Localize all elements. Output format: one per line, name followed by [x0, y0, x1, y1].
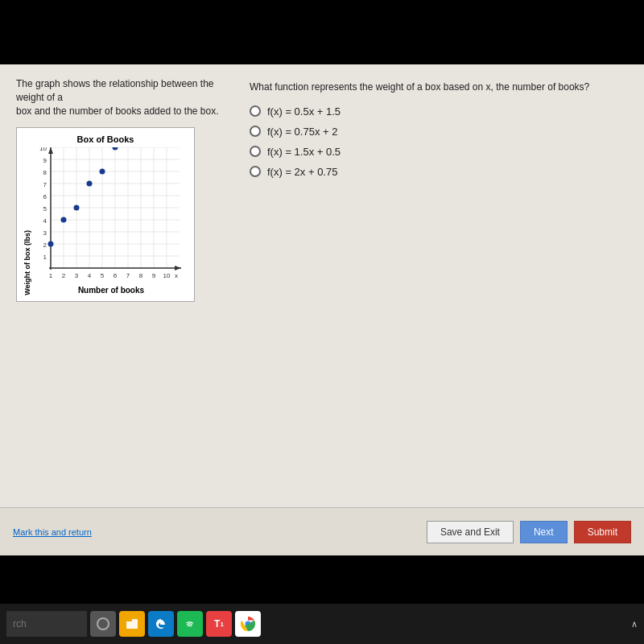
x-axis-label: Number of books	[35, 286, 188, 295]
edge-icon[interactable]	[148, 611, 174, 637]
svg-text:8: 8	[139, 272, 143, 279]
radio-a[interactable]	[250, 105, 261, 117]
svg-text:x: x	[175, 272, 178, 279]
option-d-text: f(x) = 2x + 0.75	[267, 166, 337, 178]
svg-text:1: 1	[43, 254, 47, 261]
radio-d[interactable]	[250, 166, 261, 177]
options-list: f(x) = 0.5x + 1.5 f(x) = 0.75x + 2 f(x) …	[250, 105, 628, 178]
svg-text:6: 6	[43, 193, 47, 200]
taskbar: T1 ∧	[0, 604, 644, 644]
svg-text:4: 4	[88, 272, 92, 279]
taskbar-tray: ∧	[631, 619, 638, 630]
svg-rect-54	[126, 619, 132, 621]
svg-text:3: 3	[75, 272, 79, 279]
mark-return-link[interactable]: Mark this and return	[13, 527, 92, 537]
option-c-text: f(x) = 1.5x + 0.5	[267, 146, 341, 158]
radio-b[interactable]	[250, 126, 261, 137]
option-a-text: f(x) = 0.5x + 1.5	[267, 105, 341, 118]
next-button[interactable]: Next	[520, 521, 568, 543]
main-screen: The graph shows the relationship between…	[0, 64, 644, 555]
left-question-text: The graph shows the relationship between…	[16, 77, 225, 118]
graph-container: Box of Books Weight of box (lbs)	[16, 127, 195, 302]
svg-text:2: 2	[62, 272, 66, 279]
radio-c[interactable]	[250, 146, 261, 157]
tray-icons: ∧	[631, 619, 638, 630]
graph-plot: 10 9 8 7 6 5 4 3 2 1 1	[35, 147, 188, 295]
graph-inner: Weight of box (lbs)	[23, 147, 188, 295]
spotify-icon[interactable]	[177, 611, 203, 637]
option-d[interactable]: f(x) = 2x + 0.75	[250, 166, 628, 178]
option-a[interactable]: f(x) = 0.5x + 1.5	[250, 105, 628, 118]
svg-point-50	[100, 169, 105, 175]
svg-text:10: 10	[39, 147, 47, 152]
svg-text:4: 4	[43, 217, 47, 225]
answer-question-text: What function represents the weight of a…	[250, 80, 628, 94]
svg-marker-24	[175, 266, 181, 270]
svg-marker-23	[48, 147, 53, 154]
cortana-icon[interactable]	[90, 611, 116, 637]
files-icon[interactable]	[119, 611, 145, 637]
option-b[interactable]: f(x) = 0.75x + 2	[250, 126, 628, 138]
content-area: The graph shows the relationship between…	[0, 64, 644, 507]
svg-text:3: 3	[43, 229, 47, 237]
save-exit-button[interactable]: Save and Exit	[427, 521, 514, 543]
graph-svg: 10 9 8 7 6 5 4 3 2 1 1	[35, 147, 188, 284]
svg-text:1: 1	[49, 272, 53, 279]
svg-point-48	[74, 205, 80, 211]
svg-point-46	[48, 242, 54, 247]
svg-point-47	[61, 217, 67, 223]
svg-text:5: 5	[101, 272, 105, 279]
buttons-group: Save and Exit Next Submit	[427, 521, 631, 543]
svg-text:9: 9	[152, 272, 156, 279]
t1-icon[interactable]: T1	[206, 611, 232, 637]
option-c[interactable]: f(x) = 1.5x + 0.5	[250, 146, 628, 158]
svg-text:9: 9	[43, 157, 47, 164]
svg-point-52	[97, 618, 109, 630]
svg-text:6: 6	[114, 272, 118, 279]
svg-text:7: 7	[126, 272, 130, 279]
svg-point-49	[87, 181, 93, 187]
svg-text:8: 8	[43, 169, 47, 176]
y-axis-label: Weight of box (lbs)	[23, 230, 31, 295]
chrome-icon[interactable]	[235, 611, 261, 637]
question-container: The graph shows the relationship between…	[16, 77, 628, 302]
svg-text:7: 7	[43, 181, 47, 188]
right-panel: What function represents the weight of a…	[250, 77, 628, 302]
svg-text:2: 2	[43, 242, 47, 249]
submit-button[interactable]: Submit	[574, 521, 631, 543]
option-b-text: f(x) = 0.75x + 2	[267, 126, 337, 138]
svg-text:10: 10	[163, 272, 171, 279]
left-panel: The graph shows the relationship between…	[16, 77, 225, 302]
svg-text:5: 5	[43, 205, 47, 213]
svg-point-51	[113, 147, 118, 151]
taskbar-search-input[interactable]	[6, 611, 87, 637]
bottom-bar: Mark this and return Save and Exit Next …	[0, 507, 644, 555]
graph-title: Box of Books	[23, 134, 188, 144]
